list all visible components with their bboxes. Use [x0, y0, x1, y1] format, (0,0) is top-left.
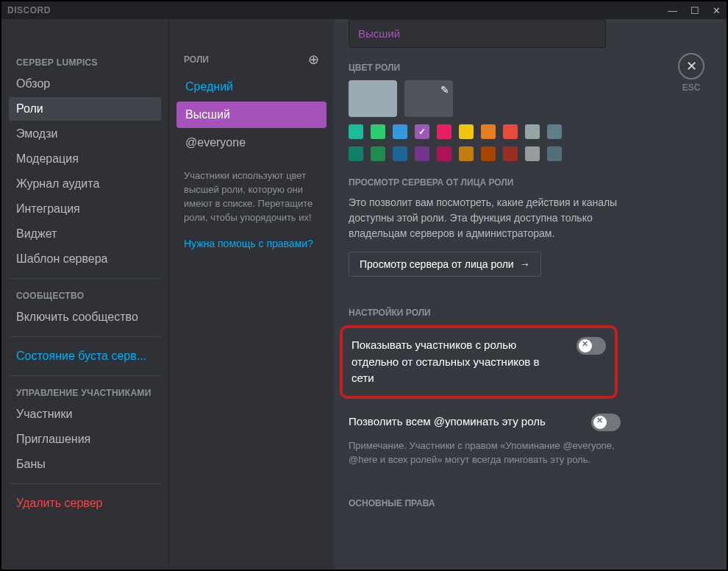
- eyedropper-icon: ✎: [440, 84, 449, 96]
- color-swatch[interactable]: [459, 146, 474, 161]
- add-role-button[interactable]: ⊕: [308, 53, 319, 66]
- roles-list-column: РОЛИ ⊕ Средний Высший @everyone Участник…: [168, 19, 334, 570]
- color-swatch[interactable]: [371, 146, 385, 161]
- sidebar-item-roles[interactable]: Роли: [9, 97, 161, 121]
- sidebar-item-template[interactable]: Шаблон сервера: [9, 247, 161, 271]
- default-color-swatch[interactable]: [349, 80, 397, 117]
- allow-mention-row: Позволить всем @упоминать эту роль: [349, 409, 621, 436]
- server-section-header: СЕРВЕР LUMPICS: [9, 53, 161, 72]
- allow-mention-note: Примечание. Участники с правом «Упоминан…: [349, 439, 621, 467]
- display-separately-toggle[interactable]: [577, 337, 606, 355]
- minimize-button[interactable]: —: [668, 5, 677, 16]
- color-swatch[interactable]: [393, 124, 407, 139]
- color-swatch[interactable]: [547, 146, 562, 161]
- view-as-role-button-label: Просмотр сервера от лица роли: [360, 258, 514, 270]
- role-item-everyone[interactable]: @everyone: [176, 130, 326, 156]
- custom-color-picker[interactable]: ✎: [404, 80, 453, 117]
- role-color-label: ЦВЕТ РОЛИ: [349, 63, 628, 73]
- view-as-role-label: ПРОСМОТР СЕРВЕРА ОТ ЛИЦА РОЛИ: [349, 177, 628, 188]
- maximize-button[interactable]: ☐: [690, 5, 699, 16]
- sidebar-item-overview[interactable]: Обзор: [9, 72, 161, 96]
- role-name-input[interactable]: Высший: [349, 19, 606, 48]
- window-controls: — ☐ ✕: [668, 5, 721, 16]
- role-item-vysshiy[interactable]: Высший: [176, 102, 326, 128]
- sidebar-item-moderation[interactable]: Модерация: [9, 147, 161, 171]
- role-settings-label: НАСТРОЙКИ РОЛИ: [349, 308, 628, 318]
- sidebar-item-invites[interactable]: Приглашения: [9, 428, 161, 451]
- color-swatch[interactable]: [393, 146, 407, 161]
- display-separately-label: Показывать участников с ролью отдельно о…: [351, 337, 565, 387]
- sidebar-item-delete-server[interactable]: Удалить сервер: [9, 492, 161, 515]
- close-window-button[interactable]: ✕: [713, 5, 721, 16]
- community-section-header: СООБЩЕСТВО: [9, 286, 161, 305]
- color-swatch[interactable]: [437, 146, 452, 161]
- arrow-right-icon: →: [520, 258, 530, 270]
- color-swatch[interactable]: [503, 146, 518, 161]
- sidebar-item-bans[interactable]: Баны: [9, 453, 161, 476]
- display-separately-row: Показывать участников с ролью отдельно о…: [340, 325, 618, 399]
- sidebar-item-widget[interactable]: Виджет: [9, 222, 161, 246]
- close-icon[interactable]: ✕: [678, 53, 704, 79]
- divider: [9, 483, 161, 484]
- color-swatch[interactable]: [547, 124, 562, 139]
- color-swatch[interactable]: [525, 124, 540, 139]
- color-swatch[interactable]: [437, 124, 452, 139]
- color-swatch[interactable]: [481, 146, 496, 161]
- divider: [9, 375, 161, 376]
- divider: [9, 278, 161, 279]
- color-swatch[interactable]: [503, 124, 518, 139]
- titlebar-brand: DISCORD: [7, 5, 51, 15]
- allow-mention-label: Позволить всем @упоминать эту роль: [349, 414, 579, 430]
- settings-sidebar: СЕРВЕР LUMPICS Обзор Роли Эмодзи Модерац…: [1, 19, 168, 570]
- role-item-sredniy[interactable]: Средний: [176, 74, 326, 100]
- color-swatch[interactable]: [371, 124, 385, 139]
- roles-drag-note: Участники используют цвет высшей роли, к…: [176, 157, 326, 224]
- sidebar-item-members[interactable]: Участники: [9, 402, 161, 426]
- color-swatch[interactable]: [525, 146, 540, 161]
- color-swatch[interactable]: [415, 146, 429, 161]
- color-grid: [349, 124, 628, 161]
- close-settings[interactable]: ✕ ESC: [678, 53, 704, 93]
- titlebar: DISCORD — ☐ ✕: [1, 1, 727, 19]
- roles-help-link[interactable]: Нужна помощь с правами?: [176, 224, 326, 254]
- color-swatch[interactable]: [459, 124, 474, 139]
- allow-mention-toggle[interactable]: [591, 414, 621, 431]
- members-section-header: УПРАВЛЕНИЕ УЧАСТНИКАМИ: [9, 383, 161, 402]
- sidebar-item-integration[interactable]: Интеграция: [9, 197, 161, 221]
- view-as-role-button[interactable]: Просмотр сервера от лица роли →: [349, 252, 541, 277]
- core-rights-label: ОСНОВНЫЕ ПРАВА: [349, 498, 628, 508]
- roles-header: РОЛИ: [184, 54, 209, 65]
- sidebar-item-boost-status[interactable]: Состояние буста серв...: [9, 344, 161, 368]
- sidebar-item-audit[interactable]: Журнал аудита: [9, 172, 161, 196]
- color-swatch[interactable]: [349, 124, 363, 139]
- view-as-role-help: Это позволит вам посмотреть, какие дейст…: [349, 195, 621, 241]
- color-swatch[interactable]: [415, 124, 429, 139]
- role-settings-main: ✕ ESC Высший ЦВЕТ РОЛИ ✎ ПРОСМОТР СЕРВЕР…: [334, 19, 727, 570]
- sidebar-item-emoji[interactable]: Эмодзи: [9, 122, 161, 146]
- color-swatch[interactable]: [349, 146, 363, 161]
- close-label: ESC: [678, 82, 704, 93]
- sidebar-item-enable-community[interactable]: Включить сообщество: [9, 305, 161, 329]
- color-swatch[interactable]: [481, 124, 496, 139]
- divider: [9, 336, 161, 337]
